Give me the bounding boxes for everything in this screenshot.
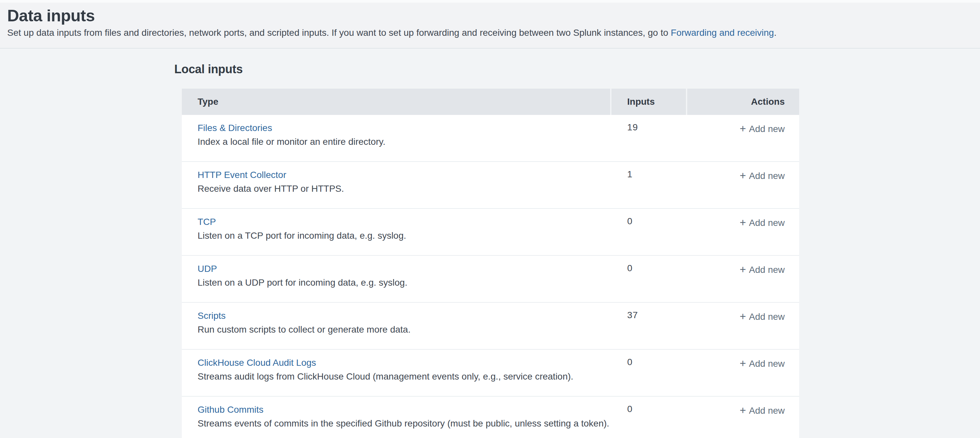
inputs-count-cell: 0: [611, 350, 687, 396]
actions-cell: +Add new: [687, 397, 799, 438]
column-header-actions: Actions: [687, 89, 799, 115]
inputs-count-cell: 19: [611, 115, 687, 161]
inputs-count-cell: 0: [611, 209, 687, 255]
table-row: HTTP Event Collector Receive data over H…: [182, 162, 799, 209]
plus-icon: +: [740, 357, 746, 370]
type-cell: ClickHouse Cloud Audit Logs Streams audi…: [182, 350, 611, 396]
add-new-label: Add new: [749, 406, 785, 416]
actions-cell: +Add new: [687, 162, 799, 208]
plus-icon: +: [740, 310, 746, 323]
input-type-link[interactable]: ClickHouse Cloud Audit Logs: [197, 357, 316, 369]
input-type-link[interactable]: TCP: [197, 216, 216, 228]
plus-icon: +: [740, 169, 746, 182]
plus-icon: +: [740, 123, 746, 135]
input-type-description: Streams audit logs from ClickHouse Cloud…: [197, 371, 611, 382]
add-new-label: Add new: [749, 358, 785, 369]
subtitle-text: Set up data inputs from files and direct…: [7, 27, 671, 38]
inputs-count: 0: [627, 263, 633, 273]
forwarding-and-receiving-link[interactable]: Forwarding and receiving: [671, 27, 774, 38]
add-new-button[interactable]: +Add new: [740, 122, 785, 135]
plus-icon: +: [740, 263, 746, 276]
table-row: Github Commits Streams events of commits…: [182, 397, 799, 438]
page-header: Data inputs Set up data inputs from file…: [0, 0, 980, 49]
column-header-type: Type: [182, 89, 610, 115]
inputs-count: 0: [627, 404, 633, 414]
column-header-inputs: Inputs: [611, 89, 686, 115]
inputs-count: 19: [627, 122, 638, 132]
inputs-count-cell: 37: [611, 303, 687, 349]
type-cell: Github Commits Streams events of commits…: [182, 397, 611, 438]
actions-cell: +Add new: [687, 256, 799, 302]
add-new-button[interactable]: +Add new: [740, 169, 785, 182]
inputs-count: 0: [627, 216, 633, 226]
type-cell: Files & Directories Index a local file o…: [182, 115, 611, 161]
input-type-link[interactable]: UDP: [197, 263, 217, 275]
type-cell: Scripts Run custom scripts to collect or…: [182, 303, 611, 349]
plus-icon: +: [740, 217, 746, 229]
input-type-description: Index a local file or monitor an entire …: [197, 136, 611, 148]
plus-icon: +: [740, 404, 746, 417]
add-new-label: Add new: [749, 218, 785, 228]
inputs-count: 37: [627, 310, 638, 320]
add-new-button[interactable]: +Add new: [740, 310, 785, 322]
actions-cell: +Add new: [687, 303, 799, 349]
type-cell: TCP Listen on a TCP port for incoming da…: [182, 209, 611, 255]
page-subtitle: Set up data inputs from files and direct…: [7, 27, 980, 38]
section-heading-local-inputs: Local inputs: [174, 62, 980, 76]
input-type-description: Run custom scripts to collect or generat…: [197, 324, 611, 336]
actions-cell: +Add new: [687, 350, 799, 396]
input-type-link[interactable]: Files & Directories: [197, 122, 272, 134]
table-row: Scripts Run custom scripts to collect or…: [182, 303, 799, 350]
inputs-count-cell: 1: [611, 162, 687, 208]
content-area: Local inputs Type Inputs Actions Files &…: [0, 49, 980, 438]
type-cell: UDP Listen on a UDP port for incoming da…: [182, 256, 611, 302]
input-type-link[interactable]: Scripts: [197, 310, 226, 322]
add-new-button[interactable]: +Add new: [740, 216, 785, 229]
input-type-description: Listen on a UDP port for incoming data, …: [197, 277, 611, 288]
inputs-count-cell: 0: [611, 397, 687, 438]
type-cell: HTTP Event Collector Receive data over H…: [182, 162, 611, 208]
add-new-label: Add new: [749, 264, 785, 275]
page-title: Data inputs: [7, 7, 980, 24]
table-row: ClickHouse Cloud Audit Logs Streams audi…: [182, 350, 799, 397]
input-type-description: Listen on a TCP port for incoming data, …: [197, 230, 611, 242]
actions-cell: +Add new: [687, 209, 799, 255]
input-type-link[interactable]: HTTP Event Collector: [197, 169, 286, 181]
add-new-button[interactable]: +Add new: [740, 263, 785, 276]
actions-cell: +Add new: [687, 115, 799, 161]
table-row: Files & Directories Index a local file o…: [182, 115, 799, 162]
local-inputs-table: Type Inputs Actions Files & Directories …: [182, 89, 799, 438]
inputs-count: 1: [627, 169, 633, 179]
add-new-button[interactable]: +Add new: [740, 357, 785, 370]
add-new-label: Add new: [749, 171, 785, 181]
inputs-count: 0: [627, 357, 633, 367]
add-new-button[interactable]: +Add new: [740, 404, 785, 416]
add-new-label: Add new: [749, 312, 785, 322]
add-new-label: Add new: [749, 124, 785, 134]
table-row: UDP Listen on a UDP port for incoming da…: [182, 256, 799, 303]
input-type-link[interactable]: Github Commits: [197, 404, 264, 416]
input-type-description: Receive data over HTTP or HTTPS.: [197, 183, 611, 195]
inputs-count-cell: 0: [611, 256, 687, 302]
subtitle-period: .: [774, 27, 776, 38]
table-row: TCP Listen on a TCP port for incoming da…: [182, 209, 799, 256]
input-type-description: Streams events of commits in the specifi…: [197, 418, 611, 430]
table-body: Files & Directories Index a local file o…: [182, 115, 799, 438]
table-header-row: Type Inputs Actions: [182, 89, 799, 115]
